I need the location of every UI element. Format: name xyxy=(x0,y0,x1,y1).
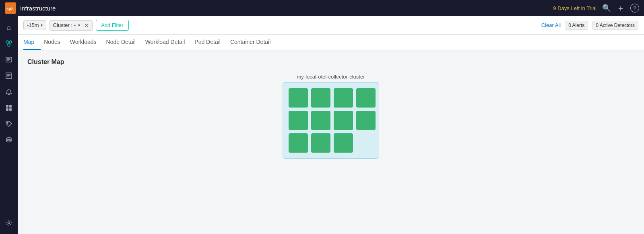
svg-point-20 xyxy=(8,222,10,224)
cluster-container: my-local-otel-collector-cluster xyxy=(27,74,634,159)
node-cell[interactable] xyxy=(334,88,353,108)
svg-text:sp>: sp> xyxy=(6,6,14,11)
svg-point-19 xyxy=(6,138,11,140)
help-button[interactable]: ? xyxy=(630,4,639,12)
chevron-down-icon: ▾ xyxy=(78,23,80,27)
tab-workload-detail[interactable]: Workload Detail xyxy=(145,35,192,50)
svg-line-5 xyxy=(9,43,10,44)
alerts-badge[interactable]: 0 Alerts xyxy=(565,21,588,30)
node-cell[interactable] xyxy=(311,88,330,108)
svg-point-2 xyxy=(9,41,12,43)
svg-point-18 xyxy=(7,122,8,123)
sidebar-item-settings[interactable] xyxy=(2,215,16,230)
node-cell[interactable] xyxy=(289,111,308,130)
nodes-grid xyxy=(289,88,373,153)
sidebar-item-apm[interactable] xyxy=(2,52,16,67)
time-selector[interactable]: -15m ▾ xyxy=(23,20,46,30)
section-title: Cluster Map xyxy=(27,58,634,66)
sidebar-item-alerts[interactable] xyxy=(2,85,16,99)
svg-point-1 xyxy=(6,41,8,43)
node-cell[interactable] xyxy=(356,88,376,108)
node-cell[interactable] xyxy=(356,111,376,130)
sidebar-item-apps[interactable] xyxy=(2,101,16,115)
sidebar-item-tags[interactable] xyxy=(2,117,16,131)
sidebar-item-infrastructure[interactable] xyxy=(2,36,16,51)
splunk-logo: sp> xyxy=(5,2,16,14)
clear-all-button[interactable]: Clear All xyxy=(541,22,561,28)
sidebar-item-home[interactable]: ⌂ xyxy=(2,20,16,35)
filter-bar-right: Clear All 0 Alerts 0 Active Detectors xyxy=(541,21,638,30)
cluster-box[interactable] xyxy=(283,82,379,159)
topbar-right: 9 Days Left in Trial 🔍 ＋ ? xyxy=(553,3,639,14)
svg-rect-14 xyxy=(6,105,8,108)
tab-workloads[interactable]: Workloads xyxy=(70,35,103,50)
node-cell[interactable] xyxy=(334,111,353,130)
node-cell-spacer xyxy=(356,133,376,153)
tab-node-detail[interactable]: Node Detail xyxy=(106,35,142,50)
node-cell[interactable] xyxy=(311,111,330,130)
sidebar-item-data[interactable] xyxy=(2,133,16,147)
layout: ⌂ xyxy=(0,16,644,234)
add-button[interactable]: ＋ xyxy=(617,3,625,14)
svg-line-4 xyxy=(7,43,9,44)
main-content: -15m ▾ Cluster : - ▾ ✕ Add Filter Clear … xyxy=(18,16,644,234)
trial-badge: 9 Days Left in Trial xyxy=(553,5,597,11)
tab-container-detail[interactable]: Container Detail xyxy=(230,35,277,50)
tab-map[interactable]: Map xyxy=(23,35,41,50)
logo-area: sp> Infrastructure xyxy=(5,2,56,14)
tab-nodes[interactable]: Nodes xyxy=(44,35,66,50)
cluster-filter[interactable]: Cluster : - ▾ ✕ xyxy=(50,20,93,31)
tab-pod-detail[interactable]: Pod Detail xyxy=(194,35,227,50)
content-area: Cluster Map my-local-otel-collector-clus… xyxy=(18,50,644,234)
sidebar-item-logs[interactable] xyxy=(2,68,16,83)
svg-point-3 xyxy=(8,44,10,46)
sidebar: ⌂ xyxy=(0,16,18,234)
add-filter-button[interactable]: Add Filter xyxy=(96,20,129,31)
node-cell[interactable] xyxy=(334,133,353,153)
tabs: MapNodesWorkloadsNode DetailWorkload Det… xyxy=(18,35,644,50)
active-detectors-badge[interactable]: 0 Active Detectors xyxy=(592,21,638,30)
app-title: Infrastructure xyxy=(20,5,56,12)
node-cell[interactable] xyxy=(289,133,308,153)
time-value: -15m xyxy=(27,22,39,28)
filter-bar: -15m ▾ Cluster : - ▾ ✕ Add Filter Clear … xyxy=(18,16,644,35)
svg-rect-17 xyxy=(9,108,12,111)
cluster-label: Cluster : - xyxy=(53,22,76,28)
topbar: sp> Infrastructure 9 Days Left in Trial … xyxy=(0,0,644,16)
chevron-down-icon: ▾ xyxy=(41,23,43,27)
search-button[interactable]: 🔍 xyxy=(602,4,611,12)
svg-rect-15 xyxy=(9,105,12,108)
node-cell[interactable] xyxy=(311,133,330,153)
close-cluster-icon[interactable]: ✕ xyxy=(84,22,89,29)
node-cell[interactable] xyxy=(289,88,308,108)
svg-rect-16 xyxy=(6,108,8,111)
cluster-name-label: my-local-otel-collector-cluster xyxy=(297,74,365,80)
